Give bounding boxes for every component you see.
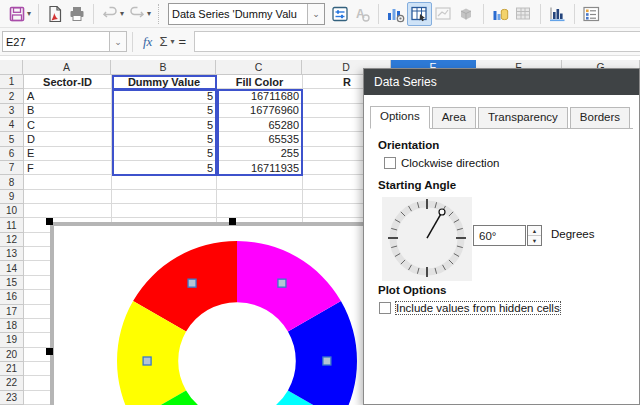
- donut-chart[interactable]: [54, 226, 416, 405]
- series-selection-handle[interactable]: [143, 357, 151, 365]
- grid-cell[interactable]: 16711680: [217, 89, 303, 103]
- tab-transparency[interactable]: Transparency: [478, 107, 568, 128]
- formula-input[interactable]: [194, 31, 640, 52]
- chart-resize-handle-top-left[interactable]: [46, 218, 53, 225]
- chart-wizard-button[interactable]: [432, 2, 455, 26]
- data-table-button[interactable]: [407, 2, 432, 26]
- grid-cell[interactable]: [217, 204, 303, 218]
- grid-cell[interactable]: 5: [112, 132, 217, 146]
- row-header-6[interactable]: 6: [0, 147, 24, 161]
- grid-cell[interactable]: [24, 190, 112, 204]
- series-selection-handle[interactable]: [188, 279, 196, 287]
- spin-up-button[interactable]: ▲: [528, 226, 541, 236]
- sum-button[interactable]: Σ: [157, 34, 169, 49]
- function-wizard-button[interactable]: fx: [138, 34, 157, 50]
- row-header-15[interactable]: 15: [0, 276, 24, 290]
- grid-cell[interactable]: E: [24, 147, 112, 161]
- chart-type-button[interactable]: [384, 2, 407, 26]
- grid-cell[interactable]: 65535: [217, 132, 303, 146]
- hidden-cells-checkbox[interactable]: [379, 302, 391, 314]
- chart-resize-handle-left-middle[interactable]: [46, 348, 53, 355]
- grids-button[interactable]: [546, 2, 569, 26]
- grid-cell[interactable]: [24, 175, 112, 189]
- grid-cell[interactable]: 16776960: [217, 104, 303, 118]
- row-header-21[interactable]: 21: [0, 362, 24, 376]
- print-button[interactable]: [66, 2, 88, 26]
- save-button[interactable]: ▾: [6, 2, 33, 26]
- row-header-13[interactable]: 13: [0, 247, 24, 261]
- clockwise-direction-label[interactable]: Clockwise direction: [401, 157, 499, 169]
- tab-area[interactable]: Area: [432, 107, 476, 128]
- row-header-12[interactable]: 12: [0, 233, 24, 247]
- angle-dial[interactable]: [382, 197, 472, 281]
- chart-element-selector[interactable]: Data Series 'Dummy Valu ⌄: [168, 3, 325, 25]
- column-header-B[interactable]: B: [111, 60, 216, 75]
- row-header-11[interactable]: 11: [0, 218, 24, 232]
- grid-cell[interactable]: Fill Color: [217, 75, 303, 89]
- row-header-14[interactable]: 14: [0, 261, 24, 275]
- row-header-19[interactable]: 19: [0, 333, 24, 347]
- grid-cell[interactable]: 5: [112, 104, 217, 118]
- row-header-22[interactable]: 22: [0, 376, 24, 390]
- grid-cell[interactable]: C: [24, 118, 112, 132]
- redo-button[interactable]: ▾: [126, 2, 153, 26]
- grid-cell[interactable]: [112, 204, 217, 218]
- series-selection-handle[interactable]: [323, 357, 331, 365]
- grid-cell[interactable]: 5: [112, 118, 217, 132]
- grid-cell[interactable]: 65280: [217, 118, 303, 132]
- column-header-C[interactable]: C: [216, 60, 302, 75]
- tab-borders[interactable]: Borders: [570, 107, 630, 128]
- grid-cell[interactable]: 5: [112, 89, 217, 103]
- row-header-18[interactable]: 18: [0, 319, 24, 333]
- grid-cell[interactable]: 5: [112, 161, 217, 175]
- undo-dropdown-arrow[interactable]: ▾: [120, 9, 124, 18]
- grid-cell[interactable]: F: [24, 161, 112, 175]
- row-header-17[interactable]: 17: [0, 305, 24, 319]
- name-box[interactable]: E27 ⌄: [2, 31, 127, 52]
- row-header-3[interactable]: 3: [0, 104, 24, 118]
- data-in-columns-button[interactable]: [512, 2, 535, 26]
- grid-cell[interactable]: A: [24, 89, 112, 103]
- format-character-button[interactable]: A: [351, 2, 373, 26]
- row-header-8[interactable]: 8: [0, 175, 24, 189]
- row-header-1[interactable]: 1: [0, 75, 24, 89]
- grid-cell[interactable]: 16711935: [217, 161, 303, 175]
- export-pdf-button[interactable]: [44, 2, 66, 26]
- row-header-10[interactable]: 10: [0, 204, 24, 218]
- column-header-A[interactable]: A: [23, 60, 111, 75]
- grid-cell[interactable]: 5: [112, 147, 217, 161]
- row-header-4[interactable]: 4: [0, 118, 24, 132]
- row-header-7[interactable]: 7: [0, 161, 24, 175]
- dial-knob[interactable]: [439, 209, 445, 215]
- row-header-16[interactable]: 16: [0, 290, 24, 304]
- grid-cell[interactable]: [24, 204, 112, 218]
- row-header-23[interactable]: 23: [0, 391, 24, 405]
- clockwise-direction-checkbox[interactable]: [384, 157, 396, 169]
- row-header-2[interactable]: 2: [0, 89, 24, 103]
- format-selection-button[interactable]: [329, 2, 351, 26]
- chevron-down-icon[interactable]: ⌄: [109, 32, 126, 51]
- dial-needle[interactable]: [427, 213, 442, 238]
- select-all-corner[interactable]: [0, 60, 23, 75]
- grid-cell[interactable]: 255: [217, 147, 303, 161]
- legend-toggle-button[interactable]: [580, 2, 603, 26]
- spin-down-button[interactable]: ▼: [528, 236, 541, 245]
- chevron-down-icon[interactable]: ⌄: [307, 4, 324, 24]
- chart-area[interactable]: [50, 222, 416, 405]
- grid-cell[interactable]: [217, 175, 303, 189]
- series-selection-handle[interactable]: [278, 279, 286, 287]
- grid-cell[interactable]: B: [24, 104, 112, 118]
- row-header-5[interactable]: 5: [0, 132, 24, 146]
- save-dropdown-arrow[interactable]: ▾: [27, 9, 31, 18]
- row-header-20[interactable]: 20: [0, 348, 24, 362]
- grid-cell[interactable]: Sector-ID: [24, 75, 112, 89]
- chart-resize-handle-top-middle[interactable]: [229, 218, 236, 225]
- grid-cell[interactable]: [217, 190, 303, 204]
- tab-options[interactable]: Options: [370, 106, 430, 129]
- data-in-rows-button[interactable]: [489, 2, 512, 26]
- redo-dropdown-arrow[interactable]: ▾: [147, 9, 151, 18]
- grid-cell[interactable]: Dummy Value: [112, 75, 217, 89]
- grid-cell[interactable]: [112, 190, 217, 204]
- dialog-title-bar[interactable]: Data Series: [364, 69, 639, 95]
- 3d-view-button[interactable]: [455, 2, 478, 26]
